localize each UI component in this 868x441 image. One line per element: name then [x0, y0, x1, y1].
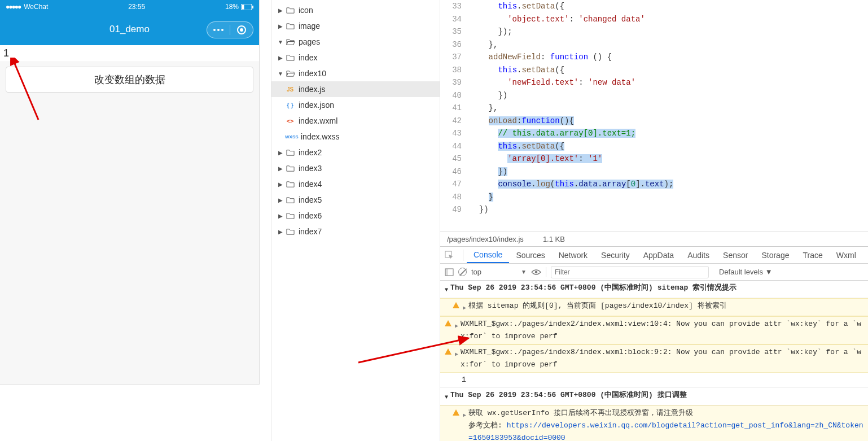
- battery-icon: [241, 4, 253, 10]
- devtools-tab-sensor[interactable]: Sensor: [716, 247, 755, 263]
- console-line: ▶根据 sitemap 的规则[0], 当前页面 [pages/index10/…: [440, 298, 868, 316]
- change-array-button[interactable]: 改变数组的数据: [6, 67, 253, 93]
- tree-folder[interactable]: ▶index: [271, 50, 440, 66]
- wxss-file-icon: WXSS: [285, 134, 297, 139]
- expand-caret-icon[interactable]: ▶: [277, 23, 284, 29]
- tree-item-label: pages: [299, 37, 320, 46]
- devtools-tab-console[interactable]: Console: [467, 247, 509, 263]
- tree-file[interactable]: WXSSindex.wxss: [271, 129, 440, 145]
- tree-item-label: index.wxss: [301, 132, 339, 141]
- log-levels-select[interactable]: Default levels ▼: [719, 268, 773, 276]
- expand-caret-icon[interactable]: ▶: [277, 150, 284, 156]
- capsule-more-button[interactable]: [207, 22, 230, 38]
- tree-item-label: icon: [299, 6, 313, 15]
- capsule-menu[interactable]: [207, 21, 253, 38]
- folder-open-icon: [285, 38, 295, 46]
- expand-caret-icon[interactable]: ▶: [455, 320, 458, 333]
- folder-open-icon: [285, 69, 295, 78]
- expand-caret-icon[interactable]: ▼: [277, 71, 284, 77]
- devtools-tab-trace[interactable]: Trace: [796, 247, 829, 263]
- warning-icon: [445, 348, 451, 355]
- eye-icon[interactable]: [531, 269, 541, 276]
- code-editor[interactable]: 3334353637383940414243444546474849 this.…: [440, 0, 868, 232]
- json-file-icon: { }: [285, 102, 295, 108]
- tree-item-label: index6: [299, 211, 322, 220]
- inspect-icon[interactable]: [445, 251, 454, 260]
- phone-page-body: 1 改变数组的数据: [0, 45, 259, 384]
- clock-label: 23:55: [48, 3, 225, 11]
- tree-folder[interactable]: ▶index7: [271, 224, 440, 239]
- tree-item-label: index3: [299, 164, 322, 173]
- devtools-tab-storage[interactable]: Storage: [755, 247, 796, 263]
- tree-folder[interactable]: ▶index4: [271, 176, 440, 192]
- expand-caret-icon[interactable]: ▶: [277, 197, 284, 203]
- warning-icon: [445, 320, 451, 326]
- folder-icon: [285, 22, 295, 30]
- battery-indicator: 18%: [225, 3, 253, 11]
- expand-caret-icon[interactable]: ▶: [277, 55, 284, 61]
- expand-caret-icon[interactable]: ▼: [277, 39, 284, 45]
- phone-nav-bar: 01_demo: [0, 14, 259, 45]
- tree-folder[interactable]: ▶image: [271, 18, 440, 34]
- folder-icon: [285, 196, 295, 204]
- folder-icon: [285, 228, 295, 236]
- warning-icon: [453, 302, 459, 308]
- console-line: ▶WXMLRT_$gwx:./pages/index2/index.wxml:v…: [440, 316, 868, 344]
- console-line: ▼Thu Sep 26 2019 23:54:56 GMT+0800 (中国标准…: [440, 281, 868, 298]
- folder-icon: [285, 149, 295, 157]
- tree-item-label: index.wxml: [299, 116, 337, 125]
- file-explorer[interactable]: ▶icon▶image▼pages▶index▼index10JSindex.j…: [271, 0, 440, 441]
- tree-folder[interactable]: ▶index3: [271, 160, 440, 176]
- devtools-tab-sources[interactable]: Sources: [509, 247, 551, 263]
- devtools-tab-audits[interactable]: Audits: [681, 247, 716, 263]
- folder-icon: [285, 180, 295, 189]
- tree-folder[interactable]: ▶icon: [271, 2, 440, 18]
- tree-item-label: index4: [299, 180, 322, 189]
- page-title: 01_demo: [109, 24, 150, 35]
- collapse-caret-icon[interactable]: ▼: [445, 391, 448, 404]
- capsule-close-button[interactable]: [230, 22, 253, 38]
- tree-folder[interactable]: ▶index5: [271, 192, 440, 208]
- console-line: ▼Thu Sep 26 2019 23:54:56 GMT+0800 (中国标准…: [440, 388, 868, 405]
- tree-item-label: index10: [299, 69, 326, 78]
- phone-status-bar: ●●●●● WeChat 23:55 18%: [0, 0, 259, 14]
- tree-file[interactable]: { }index.json: [271, 97, 440, 113]
- devtools-tab-security[interactable]: Security: [594, 247, 637, 263]
- tree-item-label: index: [299, 53, 317, 62]
- tree-folder[interactable]: ▼index10: [271, 66, 440, 81]
- expand-caret-icon[interactable]: ▶: [277, 213, 284, 219]
- more-icon: [213, 29, 223, 31]
- tree-item-label: index5: [299, 195, 322, 204]
- console-filter-input[interactable]: [551, 266, 709, 278]
- tree-file[interactable]: <>index.wxml: [271, 113, 440, 129]
- console-toolbar: top▼ Default levels ▼: [440, 264, 868, 281]
- devtools-tabs: ConsoleSourcesNetworkSecurityAppDataAudi…: [440, 247, 868, 264]
- carrier-label: WeChat: [24, 3, 48, 11]
- tree-folder[interactable]: ▼pages: [271, 34, 440, 50]
- scope-select[interactable]: top▼: [471, 268, 527, 276]
- devtools-panel: ConsoleSourcesNetworkSecurityAppDataAudi…: [440, 246, 868, 441]
- sidebar-toggle-icon[interactable]: [445, 268, 454, 277]
- svg-rect-1: [242, 5, 244, 9]
- expand-caret-icon[interactable]: ▶: [277, 165, 284, 172]
- devtools-tab-wxml[interactable]: Wxml: [830, 247, 863, 263]
- battery-pct: 18%: [225, 3, 239, 11]
- devtools-tab-network[interactable]: Network: [552, 247, 594, 263]
- tree-file[interactable]: JSindex.js: [271, 81, 440, 97]
- devtools-tab-appdata[interactable]: AppData: [637, 247, 681, 263]
- console-output[interactable]: ▼Thu Sep 26 2019 23:54:56 GMT+0800 (中国标准…: [440, 281, 868, 441]
- folder-icon: [285, 54, 295, 62]
- expand-caret-icon[interactable]: ▶: [277, 181, 284, 187]
- svg-rect-6: [445, 269, 448, 276]
- expand-caret-icon[interactable]: ▶: [277, 7, 284, 14]
- collapse-caret-icon[interactable]: ▼: [445, 284, 448, 296]
- expand-caret-icon[interactable]: ▶: [463, 409, 466, 422]
- target-icon: [237, 25, 246, 34]
- clear-console-icon[interactable]: [458, 268, 467, 276]
- expand-caret-icon[interactable]: ▶: [463, 302, 466, 315]
- tree-folder[interactable]: ▶index2: [271, 145, 440, 160]
- expand-caret-icon[interactable]: ▶: [455, 348, 458, 361]
- expand-caret-icon[interactable]: ▶: [277, 229, 284, 235]
- tree-folder[interactable]: ▶index6: [271, 208, 440, 224]
- folder-icon: [285, 164, 295, 173]
